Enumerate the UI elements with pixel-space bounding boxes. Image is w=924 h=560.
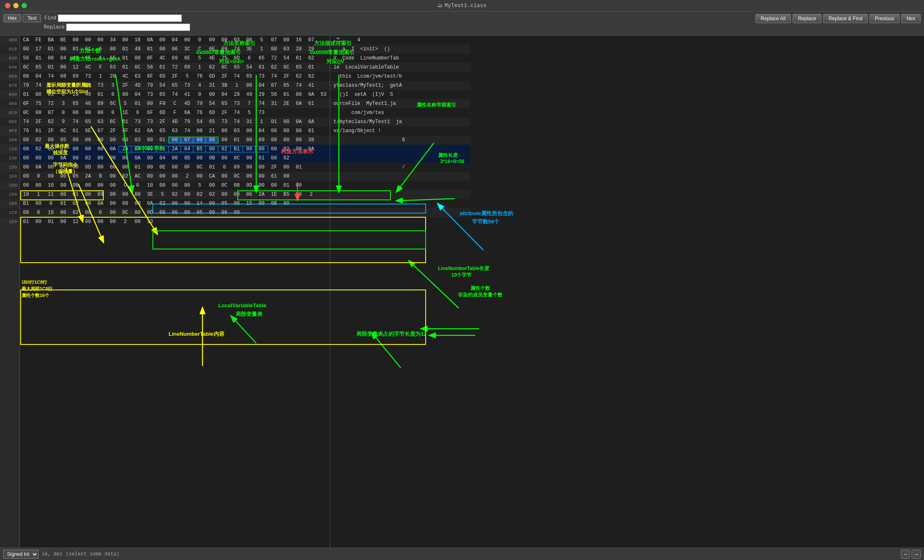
hex-cell[interactable]: 2 (181, 173, 193, 179)
hex-cell[interactable]: 00 (231, 201, 243, 206)
hex-cell[interactable]: 00 (119, 201, 131, 206)
hex-cell[interactable]: 0D (243, 183, 255, 188)
hex-cell[interactable]: 54 (243, 64, 255, 70)
hex-cell[interactable]: 00 (293, 137, 305, 143)
hex-cell[interactable]: 11 (45, 192, 57, 197)
hex-cell[interactable]: 00 (193, 128, 206, 134)
hex-cell[interactable]: 06 (218, 210, 231, 216)
hex-cell[interactable]: 0C (231, 155, 243, 161)
hex-cell[interactable]: 74 (268, 74, 280, 79)
hex-cell[interactable]: 01 (156, 146, 169, 152)
hex-cell[interactable]: 63 (169, 128, 181, 134)
hex-row[interactable]: 797465636C617332F4D795465734313B10004676… (20, 81, 330, 90)
hex-cell[interactable]: 00 (156, 183, 169, 188)
hex-cell[interactable]: 03 (280, 46, 293, 52)
hex-cell[interactable]: 1 (32, 192, 45, 197)
hex-cell[interactable]: 00 (57, 173, 69, 179)
hex-cell[interactable]: 65 (293, 64, 305, 70)
hex-cell[interactable]: 1 (255, 46, 268, 52)
hex-cell[interactable]: 65 (107, 55, 119, 61)
hex-cell[interactable]: F (169, 110, 181, 116)
hex-cell[interactable]: 00 (32, 110, 45, 116)
hex-cell[interactable]: 5 (255, 37, 268, 43)
hex-row[interactable]: 000010000B000000C0100000005000C000D00000… (20, 181, 330, 190)
hex-cell[interactable]: 73 (255, 74, 268, 79)
hex-cell[interactable]: 09 (206, 37, 218, 43)
hex-cell[interactable]: 68 (57, 74, 69, 79)
hex-cell[interactable]: 2F (218, 74, 231, 79)
hex-cell[interactable]: 2 (119, 219, 131, 225)
hex-cell[interactable]: 05 (69, 173, 82, 179)
hex-cell[interactable]: 00 (206, 183, 218, 188)
hex-cell[interactable]: 00 (94, 37, 107, 43)
hex-cell[interactable]: 04 (218, 92, 231, 97)
hex-cell[interactable]: 00 (20, 74, 32, 79)
hex-cell[interactable]: 00 (69, 164, 82, 170)
hex-cell[interactable]: 00 (119, 192, 131, 197)
hex-cell[interactable]: 00 (280, 37, 293, 43)
hex-cell[interactable]: 6E (181, 55, 193, 61)
hex-cell[interactable]: 00 (280, 137, 293, 143)
hex-cell[interactable]: 00 (57, 192, 69, 197)
replace-find-button[interactable]: Replace & Find (823, 14, 868, 23)
text-button[interactable]: Text (23, 14, 41, 22)
hex-cell[interactable]: 72 (268, 55, 280, 61)
hex-cell[interactable]: 28 (293, 46, 305, 52)
hex-row[interactable]: 6F757236546696C50100F0C4D79546573774312E… (20, 99, 330, 108)
hex-cell[interactable]: 6 (94, 55, 107, 61)
hex-cell[interactable]: 61 (119, 64, 131, 70)
hex-cell[interactable]: 00 (119, 37, 131, 43)
hex-cell[interactable]: 02 (69, 210, 82, 216)
hex-cell[interactable]: 0C (119, 210, 131, 216)
hex-row[interactable]: 010001001200000020013 (20, 217, 330, 226)
hex-cell[interactable]: 6D (231, 55, 243, 61)
hex-panel[interactable]: CAFEBABE0000003400180A000400009000300507… (20, 36, 330, 548)
hex-cell[interactable]: 00 (243, 137, 255, 143)
hex-cell[interactable]: 0A (144, 201, 156, 206)
hex-cell[interactable]: 02 (218, 146, 231, 152)
hex-cell[interactable]: 4E (206, 55, 218, 61)
hex-cell[interactable]: C (169, 101, 181, 107)
hex-cell[interactable]: 2F (218, 110, 231, 116)
hex-cell[interactable]: 05 (193, 210, 206, 216)
hex-cell[interactable]: 69 (181, 64, 193, 70)
hex-cell[interactable]: B1 (20, 201, 32, 206)
hex-cell[interactable]: 00 (69, 155, 82, 161)
hex-cell[interactable]: 6C (280, 64, 293, 70)
hex-cell[interactable]: 0A (94, 201, 107, 206)
hex-cell[interactable]: B (94, 173, 107, 179)
hex-cell[interactable]: 65 (32, 64, 45, 70)
hex-cell[interactable]: 07 (45, 110, 57, 116)
hex-cell[interactable]: 2F (280, 74, 293, 79)
hex-cell[interactable]: 4C (119, 74, 131, 79)
hex-cell[interactable]: 0A (305, 146, 317, 152)
hex-cell[interactable]: 6A (181, 110, 193, 116)
hex-cell[interactable]: 1E (268, 192, 280, 197)
hex-cell[interactable]: 73 (82, 74, 94, 79)
hex-cell[interactable]: 74 (231, 110, 243, 116)
hex-cell[interactable]: 29 (305, 46, 317, 52)
hex-cell[interactable]: 65 (206, 119, 218, 125)
hex-cell[interactable]: 00 (144, 101, 156, 107)
hex-cell[interactable]: 6C (69, 83, 82, 88)
hex-cell[interactable]: 6D (156, 74, 169, 79)
hex-row[interactable]: 00170100016160001490100063CC6E69743E1000… (20, 45, 330, 54)
hex-cell[interactable]: 2 (305, 192, 317, 197)
hex-cell[interactable]: 01 (94, 92, 107, 97)
hex-cell[interactable]: 00 (20, 173, 32, 179)
hex-cell[interactable]: 01 (305, 128, 317, 134)
hex-cell[interactable]: 65 (156, 92, 169, 97)
close-button[interactable] (5, 3, 10, 8)
hex-cell[interactable]: 6A (305, 119, 317, 125)
hex-cell[interactable]: 02 (32, 137, 45, 143)
hex-cell[interactable]: 00 (94, 137, 107, 143)
hex-cell[interactable]: 00 (57, 64, 69, 70)
hex-cell[interactable]: 00 (82, 146, 94, 152)
hex-cell[interactable]: 41 (305, 83, 317, 88)
hex-cell[interactable]: 6D (156, 110, 169, 116)
hex-cell[interactable]: 00 (131, 219, 144, 225)
hex-cell[interactable]: 3 (57, 101, 69, 107)
hex-cell[interactable]: 00 (156, 46, 169, 52)
hex-cell[interactable]: 00 (206, 92, 218, 97)
hex-cell[interactable]: 00 (293, 192, 305, 197)
